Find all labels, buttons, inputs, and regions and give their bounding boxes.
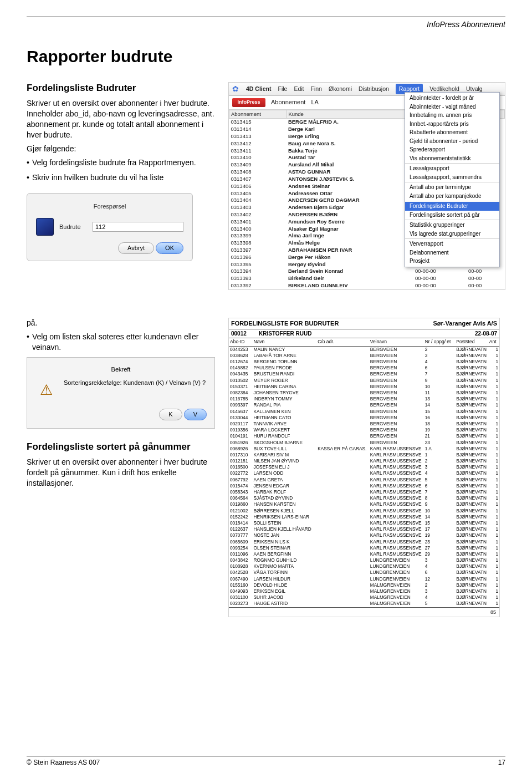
table-row: 0019356WARA LOCKERTBERGVEIEN19BJØRNEVATN… [229, 427, 499, 433]
apple-icon: ✿ [232, 85, 239, 93]
menu-item[interactable]: Statistikk grupperinger [405, 221, 499, 230]
table-row: 0018414SOLLI STEINKARL RASMUSSENSVE15BJØ… [229, 520, 499, 526]
menu-item[interactable]: Vis lagrede stat.grupperinger [405, 230, 499, 238]
cube-icon [36, 218, 54, 236]
column-header: C/o adr. [316, 338, 369, 346]
menu-item[interactable]: Distribusjon [359, 85, 389, 93]
body-text: Skriver ut en oversikt over abonnenter i… [27, 98, 218, 140]
menu-separator [405, 220, 499, 220]
menu-item[interactable]: Innbetaling m. annen pris [405, 111, 499, 120]
cancel-button[interactable]: Avbryt [118, 242, 154, 254]
report-route-id: 00012 [231, 330, 259, 338]
table-row: 0011096AAEN BERGFINNKARL RASMUSSENSVE29B… [229, 551, 499, 557]
menu-item[interactable]: File [278, 85, 288, 93]
report-total: 85 [229, 607, 499, 617]
table-row: 0049093ERIKSEN EGILMALMGRENVEIEN3BJØRNEV… [229, 588, 499, 594]
table-row: 0038628LABAHÅ TOR ARNEBERGVEIEN3BJØRNEVA… [229, 353, 499, 359]
menu-item[interactable]: Antall abo per kampanjekode [405, 192, 499, 201]
table-row[interactable]: 0313393Birkeland Geir00-00-0000-00 [229, 275, 505, 282]
menu-item[interactable]: Løssalgsrapport, sammendra [405, 173, 499, 182]
column-header: Veinavn [369, 338, 424, 346]
k-button[interactable]: K [159, 409, 182, 420]
table-row: 0016500JOSEFSEN ELI JKARL RASMUSSENSVE3B… [229, 464, 499, 470]
column-header: Nr / oppg/ et [424, 338, 456, 346]
table-row: 0044253MALIN NANCYBERGVEIEN2BJØRNEVATN1 [229, 346, 499, 353]
column-header: Navn [253, 338, 317, 346]
table-row: 0012181NILSEN JAN ØYVINDKARL RASMUSSENSV… [229, 458, 499, 464]
section-heading: Fordelingsliste sortert på gånummer [27, 441, 218, 454]
section-heading: Fordelingsliste Budruter [27, 82, 218, 95]
field-label: Budrute [59, 223, 87, 231]
menu-item[interactable]: Rabatterte abonnement [405, 128, 499, 137]
column-header: Poststed [455, 338, 488, 346]
column-header[interactable]: Kunde [287, 110, 413, 119]
ok-button[interactable]: OK [156, 242, 183, 254]
menu-item[interactable]: Innbet.-rapportårets pris [405, 120, 499, 129]
table-row: 0042528VÅGA TORFINNLUNDGRENVEIEN6BJØRNEV… [229, 569, 499, 576]
table-row: 0020117TANNVIK ARVEBERGVEIEN18BJØRNEVATN… [229, 421, 499, 427]
menu-item[interactable]: Aboinntekter - valgt måned [405, 103, 499, 111]
table-row: 0017310KARISARI SIV MKARL RASMUSSENSVE1B… [229, 452, 499, 458]
table-row: 0031100SUHR JACOBMALMGRENVEIEN4BJØRNEVAT… [229, 594, 499, 601]
top-divider [27, 17, 505, 17]
table-row: 0108928KVERNMO MARTALUNDGRENVEIEN4BJØRNE… [229, 563, 499, 569]
body-text: Skriver ut en oversikt over abonnenter i… [27, 457, 218, 489]
page-footer: © Stein Raaness AS 007 17 [27, 756, 505, 767]
dialog-title: Bekreft [35, 365, 207, 374]
menu-item[interactable]: 4D Client [246, 85, 272, 93]
menu-separator [405, 238, 499, 239]
menu-item[interactable]: Gjeld til abonnenter - period [405, 137, 499, 146]
dialog-message: Sorteringsrekkefølge: Kundenavn (K) / Ve… [64, 379, 206, 387]
running-header: InfoPress Abonnement [27, 19, 505, 30]
menu-item[interactable]: Fordelingsliste sortert på går [405, 211, 499, 220]
table-row: 0093254OLSEN STEINARKARL RASMUSSENSVE27B… [229, 545, 499, 551]
table-row: 0051926SKOGSHOLM BJARNEBERGVEIEN23BJØRNE… [229, 440, 499, 446]
menu-separator [405, 201, 499, 201]
menu-item[interactable]: Ververrapport [405, 240, 499, 248]
menu-item[interactable]: Økonomi [329, 85, 352, 93]
report-title: FORDELINGSLISTE FOR BUDRUTER [231, 319, 433, 328]
table-row: 0155160DEVOLD HILDEMALMGRENVEIEN2BJØRNEV… [229, 582, 499, 588]
table-row: 0022772LARSEN ODDKARL RASMUSSENSVE4BJØRN… [229, 470, 499, 476]
warning-icon: ⚠ [35, 379, 57, 401]
table-row: 0130044HEITMANN CATOBERGVEIEN16BJØRNEVAT… [229, 415, 499, 421]
menu-item[interactable]: Delabonnement [405, 248, 499, 257]
table-row: 0019860HANSEN KARSTENKARL RASMUSSENSVE9B… [229, 501, 499, 507]
table-row: 0067792AAEN GRETAKARL RASMUSSENSVE5BJØRN… [229, 477, 499, 483]
menu-item[interactable]: Sprederapport [405, 145, 499, 154]
v-button[interactable]: V [184, 409, 207, 420]
table-row: 0121002BØRRESEN KJELLKARL RASMUSSENSVE10… [229, 508, 499, 514]
report-route-name: KRISTOFFER RUUD [259, 330, 475, 338]
column-header[interactable]: Abonnement [229, 110, 287, 119]
page-title: Rapporter budrute [27, 45, 505, 68]
table-row: 0020273HAUGE ASTRIDMALMGRENVEIEN5BJØRNEV… [229, 601, 499, 607]
table-row[interactable]: 0313392BIRKELAND GUNNLEIV00-00-0000-00 [229, 282, 505, 289]
title-sub-2: LA [311, 98, 318, 106]
menu-item[interactable]: Løssalgsrapport [405, 164, 499, 173]
menu-separator [405, 182, 499, 182]
menu-item[interactable]: Aboinntekter - fordelt pr år [405, 94, 499, 103]
menu-item[interactable]: Finn [311, 85, 322, 93]
rapport-menu-dropdown[interactable]: Aboinntekter - fordelt pr årAboinntekter… [405, 92, 500, 267]
table-row[interactable]: 0313394Berland Svein Konrad00-00-0000-00 [229, 268, 505, 275]
table-row: 0015474JENSEN EDGARKARL RASMUSSENSVE6BJØ… [229, 483, 499, 489]
menu-item[interactable]: Edit [294, 85, 304, 93]
budrute-input[interactable] [93, 222, 183, 232]
menu-item[interactable]: Vis abonnementstatistikk [405, 154, 499, 163]
query-dialog: Forespørsel Budrute Avbryt OK [27, 193, 193, 262]
table-row: 0065609ERIKSEN NILS KKARL RASMUSSENSVE23… [229, 539, 499, 545]
confirm-dialog: Bekreft ⚠ Sorteringsrekkefølge: Kundenav… [27, 357, 215, 429]
footer-copyright: © Stein Raaness AS 007 [27, 758, 100, 767]
menu-item[interactable]: Antall abo per termintype [405, 183, 499, 192]
list-item: Skriv inn hvilken budrute du vil ha list… [27, 172, 218, 183]
report-preview: FORDELINGSLISTE FOR BUDRUTER Sør-Varange… [228, 318, 500, 617]
list-item: Velg fordelingsliste budrute fra Rapport… [27, 157, 218, 168]
column-header: Ant [488, 338, 499, 346]
menu-item[interactable]: Fordelingsliste Budruter [405, 202, 499, 211]
table-row: 0058343HARBAK ROLFKARL RASMUSSENSVE7BJØR… [229, 489, 499, 495]
menu-separator [405, 163, 499, 164]
table-row: 0043435BRUSTUEN RANDIBERGVEIEN7BJØRNEVAT… [229, 371, 499, 377]
table-row: 0067490LARSEN HILDURLUNDGRENVEIEN12BJØRN… [229, 576, 499, 582]
menu-item[interactable]: Prosjekt [405, 257, 499, 266]
table-row: 0010502MEYER ROGERBERGVEIEN9BJØRNEVATN1 [229, 378, 499, 384]
